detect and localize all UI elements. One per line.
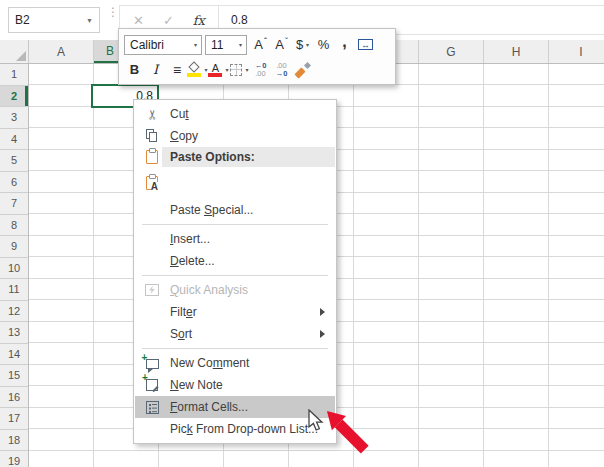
menu-item-new-comment[interactable]: New Comment (135, 352, 335, 374)
column-header-g[interactable]: G (419, 40, 484, 63)
menu-separator (142, 275, 328, 276)
menu-item-new-note[interactable]: New Note (135, 374, 335, 396)
enter-icon[interactable]: ✓ (163, 13, 174, 28)
row-header-6[interactable]: 6 (0, 172, 28, 194)
row-header-3[interactable]: 3 (0, 107, 28, 129)
row-header-label: 7 (11, 197, 17, 209)
row-header-13[interactable]: 13 (0, 322, 28, 344)
insert-function-icon[interactable]: fx (193, 13, 205, 28)
menu-item-label: Insert... (170, 232, 210, 246)
increase-font-size-button-glyph: A (254, 37, 263, 52)
increase-font-size-button[interactable]: Aˆ (250, 33, 271, 56)
font-size-mark-icon: ˆ (264, 36, 267, 45)
decrease-decimal-button[interactable]: ←0.00 (250, 58, 271, 81)
mini-toolbar: Calibri▾11▾AˆAˇ$▾%,↔ BI≡▾A▾▾←0.00.00→0 (118, 28, 396, 85)
font-name-select[interactable]: Calibri▾ (124, 35, 202, 55)
row-header-label: 3 (11, 111, 17, 123)
font-color-button[interactable]: A▾ (208, 58, 229, 81)
font-color-swatch (208, 73, 222, 77)
paste-values-letter: A (151, 182, 158, 191)
row-header-17[interactable]: 17 (0, 408, 28, 430)
decimal-bottom: →0 (276, 70, 288, 78)
row-header-15[interactable]: 15 (0, 365, 28, 387)
format-painter-button[interactable] (292, 58, 313, 81)
quick-analysis-icon (145, 284, 159, 296)
row-header-18[interactable]: 18 (0, 430, 28, 452)
menu-item-format-cells[interactable]: Format Cells... (135, 396, 335, 418)
chevron-down-icon[interactable]: ▾ (306, 41, 309, 48)
accounting-format-button[interactable]: $▾ (292, 33, 313, 56)
row-header-10[interactable]: 10 (0, 258, 28, 280)
fill-color-icon (187, 63, 201, 77)
row-header-label: 18 (8, 434, 20, 446)
row-header-12[interactable]: 12 (0, 301, 28, 323)
bold-button-glyph: B (130, 62, 139, 77)
menu-item-sort[interactable]: Sort (135, 323, 335, 345)
formula-bar-splitter-icon[interactable]: ⋮ (107, 9, 119, 16)
cut-icon: ✂ (145, 109, 160, 120)
menu-item-filter[interactable]: Filter (135, 301, 335, 323)
formula-value[interactable]: 0.8 (231, 13, 248, 27)
mouse-cursor-icon (307, 409, 327, 433)
menu-item-quick-analysis[interactable]: Quick Analysis (135, 279, 335, 301)
row-header-8[interactable]: 8 (0, 215, 28, 237)
menu-item-pick-from-drop-down-list[interactable]: Pick From Drop-down List... (135, 418, 335, 440)
menu-icon-wrap (143, 398, 161, 416)
italic-button[interactable]: I (145, 58, 166, 81)
row-header-5[interactable]: 5 (0, 150, 28, 172)
column-header-a[interactable]: A (29, 40, 94, 63)
decrease-font-size-button[interactable]: Aˇ (271, 33, 292, 56)
row-header-label: 14 (8, 348, 20, 360)
menu-icon-wrap (143, 148, 161, 166)
row-header-9[interactable]: 9 (0, 236, 28, 258)
chevron-down-icon[interactable]: ▾ (234, 41, 242, 48)
row-header-label: 9 (11, 240, 17, 252)
name-box-value: B2 (15, 13, 30, 27)
row-header-2[interactable]: 2 (0, 86, 28, 108)
cancel-icon[interactable]: ✕ (133, 13, 144, 28)
row-header-16[interactable]: 16 (0, 387, 28, 409)
comma-style-button[interactable]: , (334, 33, 355, 56)
center-align-button[interactable]: ≡ (166, 58, 187, 81)
menu-item-label: Paste Special... (170, 203, 253, 217)
menu-item-copy[interactable]: Copy (135, 125, 335, 147)
select-all-button[interactable] (0, 40, 29, 63)
row-header-7[interactable]: 7 (0, 193, 28, 215)
row-header-1[interactable]: 1 (0, 64, 28, 86)
name-box[interactable]: B2 ▼ (8, 7, 100, 33)
menu-icon-wrap (143, 127, 161, 145)
row-header-label: 2 (11, 90, 17, 102)
comma-style-button-glyph: , (342, 37, 346, 47)
row-header-11[interactable]: 11 (0, 279, 28, 301)
column-header-h[interactable]: H (484, 40, 549, 63)
menu-item-label: New Note (170, 378, 223, 392)
font-color-letter: A (212, 63, 219, 73)
decrease-decimal-button-icon: ←0.00 (255, 62, 267, 77)
row-header-label: 1 (11, 68, 17, 80)
chevron-down-icon[interactable]: ▾ (189, 41, 197, 48)
font-size-select[interactable]: 11▾ (205, 35, 247, 55)
menu-label-paste-options: Paste Options: (135, 147, 335, 167)
bold-button[interactable]: B (124, 58, 145, 81)
menu-item-insert[interactable]: Insert... (135, 228, 335, 250)
paste-option-values-button[interactable]: A (135, 167, 335, 199)
row-header-19[interactable]: 19 (0, 451, 28, 467)
menu-item-label: Delete... (170, 254, 215, 268)
decimal-bottom: .00 (255, 70, 265, 78)
merge-center-button[interactable]: ↔ (355, 33, 376, 56)
menu-icon-wrap: A (143, 174, 161, 192)
fill-color-button[interactable]: ▾ (187, 58, 208, 81)
row-header-14[interactable]: 14 (0, 344, 28, 366)
percent-style-button[interactable]: % (313, 33, 334, 56)
chevron-down-icon[interactable]: ▾ (245, 66, 248, 73)
column-header-i[interactable]: I (549, 40, 604, 63)
menu-item-label: Filter (170, 305, 197, 319)
name-box-dropdown-icon[interactable]: ▼ (86, 17, 93, 24)
menu-item-delete[interactable]: Delete... (135, 250, 335, 272)
row-header-4[interactable]: 4 (0, 129, 28, 151)
borders-button[interactable]: ▾ (229, 58, 250, 81)
increase-decimal-button[interactable]: .00→0 (271, 58, 292, 81)
menu-item-cut[interactable]: ✂Cut (135, 103, 335, 125)
menu-item-paste-special[interactable]: Paste Special... (135, 199, 335, 221)
center-align-button-glyph: ≡ (173, 62, 180, 78)
